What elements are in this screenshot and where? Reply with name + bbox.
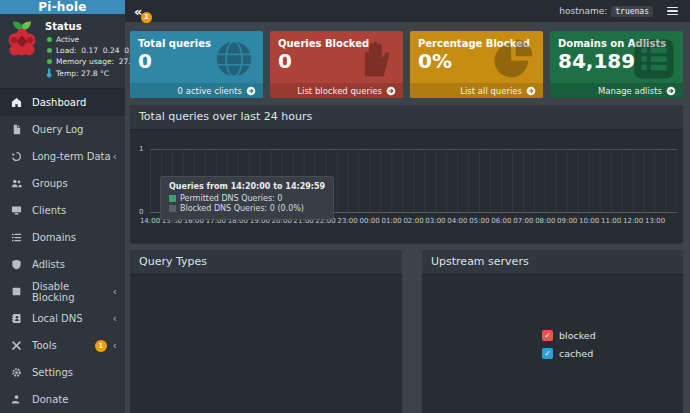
arrow-circle-right-icon: [526, 86, 536, 96]
sidebar-item-adlists[interactable]: Adlists: [0, 251, 125, 278]
card-footer-label: List blocked queries: [297, 86, 382, 96]
x-axis-label: 02:00: [403, 217, 423, 225]
x-axis-label: 10:00: [579, 217, 599, 225]
tools-icon: [11, 340, 25, 351]
y-axis-tick-1: 1: [139, 145, 143, 153]
bottom-panels: Query Types Upstream servers ✓blocked✓ca…: [130, 250, 683, 413]
sidebar-item-label: Donate: [32, 394, 117, 405]
sidebar-item-label: Local DNS: [32, 313, 113, 324]
donate-icon: [11, 394, 25, 405]
arrow-circle-right-icon: [386, 86, 396, 96]
chevron-left-icon: ‹: [113, 313, 117, 324]
card-footer-label: 0 active clients: [178, 86, 242, 96]
status-panel: Status ActiveLoad: 0.17 0.24 0.27Memory …: [0, 14, 125, 89]
card-domains-on-adlists: Domains on Adlists84,189Manage adlists: [550, 31, 683, 98]
x-axis-label: 23:00: [338, 217, 358, 225]
sidebar-item-clients[interactable]: Clients: [0, 197, 125, 224]
legend-label: blocked: [559, 330, 596, 341]
sidebar-item-label: Query Log: [32, 124, 117, 135]
x-axis-label: 07:00: [513, 217, 533, 225]
summary-cards: Total queries00 active clientsQueries Bl…: [130, 31, 683, 98]
x-axis-label: 03:00: [425, 217, 445, 225]
legend-label: cached: [559, 348, 593, 359]
card-percentage-blocked: Percentage Blocked0%List all queries: [410, 31, 543, 98]
queries-chart-panel: Total queries over last 24 hours 1 0 14:…: [130, 105, 683, 243]
chevron-left-icon: ‹: [113, 286, 117, 297]
legend-item-cached[interactable]: ✓cached: [542, 348, 596, 359]
sidebar-menu: DashboardQuery LogLong-term Data‹GroupsC…: [0, 89, 125, 413]
x-axis-label: 06:00: [491, 217, 511, 225]
checkbox-checked-icon[interactable]: ✓: [542, 330, 553, 341]
main-area: « 1 hostname: truenas Total queries00 ac…: [125, 0, 690, 413]
hostname-display: hostname: truenas: [559, 6, 653, 17]
queries-chart[interactable]: 1 0 14:0015:0016:0017:0018:0019:0020:002…: [130, 130, 683, 243]
card-footer-link[interactable]: List blocked queries: [270, 83, 403, 98]
sidebar-item-long-term-data[interactable]: Long-term Data‹: [0, 143, 125, 170]
sidebar-item-local-dns[interactable]: Local DNS‹: [0, 305, 125, 332]
hostname-value: truenas: [611, 6, 653, 17]
chart-title: Total queries over last 24 hours: [130, 105, 683, 130]
raspberry-logo-icon: [4, 20, 40, 62]
hostname-label: hostname:: [559, 6, 607, 16]
tooltip-row: Permitted DNS Queries: 0: [169, 194, 325, 203]
card-footer-label: List all queries: [460, 86, 522, 96]
card-footer-link[interactable]: List all queries: [410, 83, 543, 98]
chart-tooltip: Queries from 14:20:00 to 14:29:59 Permit…: [160, 176, 334, 220]
sidebar-item-label: Settings: [32, 367, 117, 378]
chevron-left-icon: ‹: [113, 151, 117, 162]
card-footer-label: Manage adlists: [598, 86, 662, 96]
gear-icon: [11, 367, 25, 378]
sidebar-item-label: Tools: [32, 340, 95, 351]
shield-icon: [11, 259, 25, 270]
card-total-queries: Total queries00 active clients: [130, 31, 263, 98]
sidebar-item-label: Adlists: [32, 259, 117, 270]
sidebar-item-disable-blocking[interactable]: Disable Blocking‹: [0, 278, 125, 305]
brand-title: Pi-hole: [0, 0, 125, 14]
x-axis-label: 00:00: [359, 217, 379, 225]
pihole-dashboard: Pi-hole Status ActiveLoad: 0: [0, 0, 690, 413]
sidebar-item-groups[interactable]: Groups: [0, 170, 125, 197]
sidebar-item-donate[interactable]: Donate: [0, 386, 125, 413]
card-footer-link[interactable]: Manage adlists: [550, 83, 683, 98]
tooltip-row-text: Blocked DNS Queries: 0 (0.0%): [180, 204, 304, 213]
query-types-title: Query Types: [130, 250, 402, 275]
sidebar: Pi-hole Status ActiveLoad: 0: [0, 0, 125, 413]
sidebar-item-domains[interactable]: Domains: [0, 224, 125, 251]
desktop-icon: [11, 205, 25, 216]
sidebar-item-settings[interactable]: Settings: [0, 359, 125, 386]
x-axis-label: 04:00: [447, 217, 467, 225]
tooltip-row: Blocked DNS Queries: 0 (0.0%): [169, 204, 325, 213]
sidebar-item-query-log[interactable]: Query Log: [0, 116, 125, 143]
x-axis-label: 14:00: [140, 217, 160, 225]
tools-badge: 1: [95, 340, 107, 352]
card-queries-blocked: Queries Blocked0List blocked queries: [270, 31, 403, 98]
checkbox-checked-icon[interactable]: ✓: [542, 348, 553, 359]
status-dot-icon: [47, 37, 52, 42]
status-text: Temp: 27.8 °C: [56, 69, 109, 78]
sidebar-item-tools[interactable]: Tools1‹: [0, 332, 125, 359]
sidebar-item-label: Domains: [32, 232, 117, 243]
history-icon: [11, 151, 25, 162]
list-alt-icon: [631, 36, 677, 82]
x-axis-label: 13:00: [645, 217, 665, 225]
x-axis-label: 09:00: [557, 217, 577, 225]
sidebar-item-label: Dashboard: [32, 97, 117, 108]
x-axis-label: 08:00: [535, 217, 555, 225]
sidebar-item-dashboard[interactable]: Dashboard: [0, 89, 125, 116]
card-footer-link[interactable]: 0 active clients: [130, 83, 263, 98]
sidebar-item-label: Long-term Data: [32, 151, 113, 162]
upstream-servers-title: Upstream servers: [422, 250, 683, 275]
arrow-circle-right-icon: [666, 86, 676, 96]
y-axis-tick-0: 0: [139, 208, 143, 216]
x-axis-label: 01:00: [381, 217, 401, 225]
legend-item-blocked[interactable]: ✓blocked: [542, 330, 596, 341]
x-axis-label: 11:00: [601, 217, 621, 225]
home-icon: [11, 97, 25, 108]
sidebar-collapse-button[interactable]: « 1: [134, 4, 142, 18]
hamburger-menu-icon[interactable]: [665, 5, 680, 18]
x-axis-label: 05:00: [469, 217, 489, 225]
content: Total queries00 active clientsQueries Bl…: [125, 22, 690, 413]
globe-icon: [211, 36, 257, 82]
arrow-circle-right-icon: [246, 86, 256, 96]
series-swatch-icon: [169, 195, 176, 202]
